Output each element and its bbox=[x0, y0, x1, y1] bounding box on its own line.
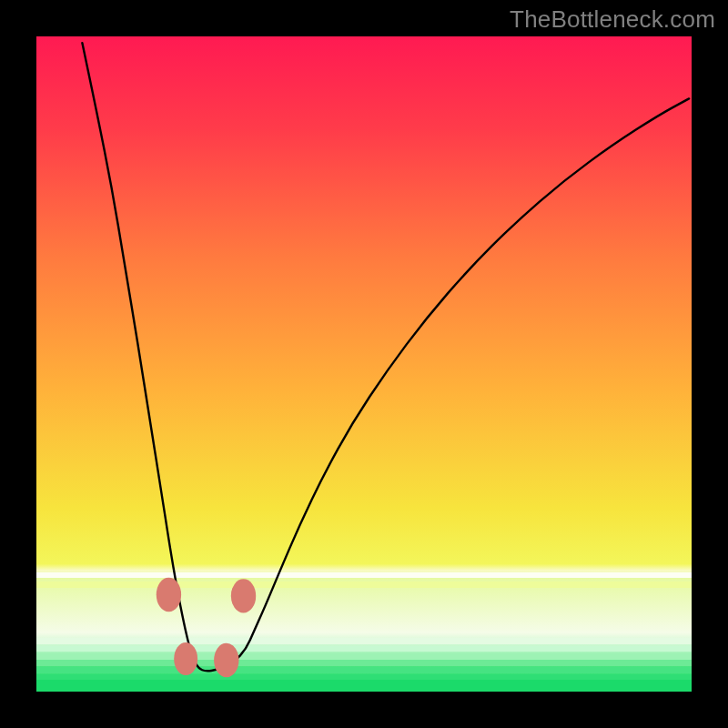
marker-dot bbox=[214, 643, 238, 677]
marker-dot bbox=[174, 642, 197, 675]
marker-dot bbox=[157, 578, 181, 612]
chart-frame: TheBottleneck.com bbox=[0, 0, 728, 728]
watermark-text: TheBottleneck.com bbox=[510, 5, 715, 34]
marker-layer bbox=[36, 36, 692, 692]
plot-area bbox=[36, 36, 692, 692]
markers-group bbox=[157, 578, 256, 677]
marker-dot bbox=[231, 579, 256, 612]
